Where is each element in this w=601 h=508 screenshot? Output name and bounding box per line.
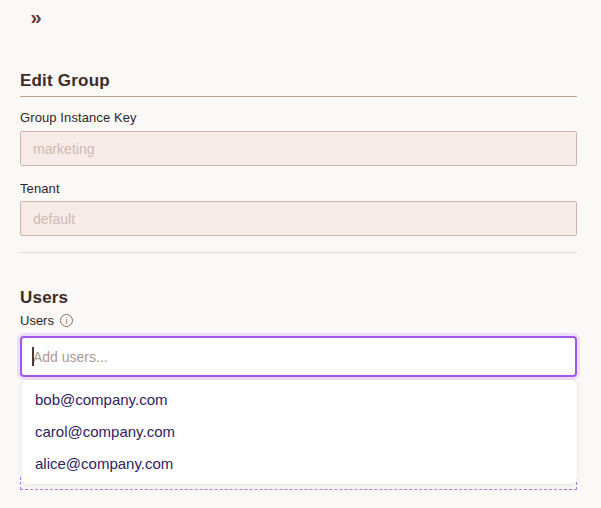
add-users-input-wrap	[20, 336, 577, 377]
section-divider	[20, 252, 577, 253]
text-caret	[32, 347, 34, 366]
dropdown-option[interactable]: alice@company.com	[22, 448, 577, 480]
title-divider	[20, 96, 577, 97]
group-instance-key-label: Group Instance Key	[20, 110, 137, 125]
group-instance-key-input[interactable]	[20, 131, 577, 166]
dropdown-option[interactable]: bob@company.com	[22, 384, 577, 416]
collapse-panel-button[interactable]: »	[24, 5, 48, 29]
double-chevron-right-icon: »	[30, 7, 41, 27]
tenant-input[interactable]	[20, 201, 577, 236]
info-icon[interactable]: i	[60, 314, 73, 327]
edit-group-panel: » Edit Group Group Instance Key Tenant U…	[0, 0, 601, 508]
add-users-input[interactable]	[20, 336, 577, 377]
dropdown-option[interactable]: carol@company.com	[22, 416, 577, 448]
users-field-label: Users	[20, 313, 54, 328]
users-dropdown: bob@company.com carol@company.com alice@…	[22, 380, 577, 484]
page-title: Edit Group	[20, 71, 110, 91]
users-section-heading: Users	[20, 288, 68, 308]
users-field-label-row: Users i	[20, 313, 73, 328]
tenant-label: Tenant	[20, 181, 60, 196]
